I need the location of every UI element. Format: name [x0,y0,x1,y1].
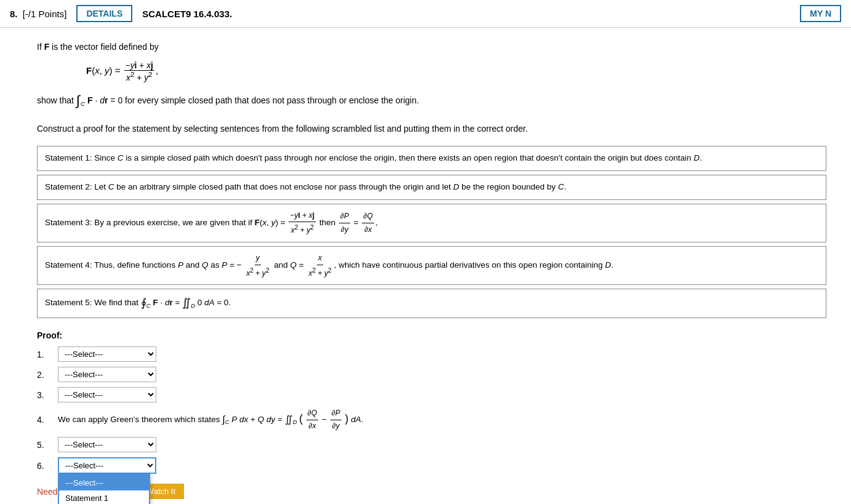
stmt3-partial2: ∂Q ∂x [362,210,374,236]
proof-row-6: 6. ---Select--- Statement 1 Statement 2 … [37,457,826,474]
statement-2: Statement 2: Let C be an arbitrary simpl… [37,175,826,200]
formula-block: F(x, y) = −yi + xj x2 + y2 , [86,61,826,82]
statement-4: Statement 4: Thus, define functions P an… [37,246,826,285]
proof-row-3: 3. ---Select--- Statement 1 Statement 2 … [37,387,826,402]
proof-select-1[interactable]: ---Select--- Statement 1 Statement 2 Sta… [58,346,156,362]
problem-code: SCALCET9 16.4.033. [142,9,232,19]
proof-row-1: 1. ---Select--- Statement 1 Statement 2 … [37,346,826,362]
statement-3: Statement 3: By a previous exercise, we … [37,204,826,242]
proof-select-3[interactable]: ---Select--- Statement 1 Statement 2 Sta… [58,387,156,402]
proof-num-1: 1. [37,350,52,359]
statement-5: Statement 5: We find that ∮C F · dr = ∬D… [37,289,826,318]
proof-select-6[interactable]: ---Select--- Statement 1 Statement 2 Sta… [58,457,156,474]
greens-frac1: ∂Q ∂x [306,407,318,432]
proof-num-4: 4. [37,415,52,425]
show-that-text: show that ∫C F · dr = 0 for every simple… [37,89,826,113]
statement-1: Statement 1: Since C is a simple closed … [37,146,826,171]
proof-row-4: 4. We can apply Green's theorem which st… [37,407,826,432]
formula-fraction: −yi + xj x2 + y2 [124,61,154,82]
proof-select-5[interactable]: ---Select--- Statement 1 Statement 2 Sta… [58,437,156,452]
need-help-row: Need Help? Read It Watch It [37,484,826,499]
greens-frac2: ∂P ∂y [330,407,342,432]
proof-row-5: 5. ---Select--- Statement 1 Statement 2 … [37,437,826,452]
proof-select-2[interactable]: ---Select--- Statement 1 Statement 2 Sta… [58,367,156,382]
dropdown-overlay-6: ---Select--- Statement 1 Statement 2 Sta… [58,474,150,504]
header-bar: 8. [-/1 Points] DETAILS SCALCET9 16.4.03… [0,0,851,28]
drop-option-1[interactable]: Statement 1 [59,490,149,504]
intro-text: If F is the vector field defined by [37,40,826,54]
proof-num-3: 3. [37,390,52,400]
proof-section: Proof: 1. ---Select--- Statement 1 State… [37,330,826,474]
proof-row-2: 2. ---Select--- Statement 1 Statement 2 … [37,367,826,382]
proof-title: Proof: [37,330,826,340]
problem-number: 8. [-/1 Points] [10,9,66,19]
proof-num-5: 5. [37,440,52,450]
greens-theorem-text: We can apply Green's theorem which state… [58,407,363,432]
proof-num-6: 6. [37,461,52,471]
drop-option-select[interactable]: ---Select--- [59,475,149,490]
main-content: If F is the vector field defined by F(x,… [0,28,851,504]
stmt4-frac2: x x2 + y2 [307,252,332,279]
stmt3-frac: −yi + xj x2 + y2 [289,209,316,237]
stmt3-partial1: ∂P ∂y [339,210,350,236]
proof-dropdown-6-wrapper: ---Select--- Statement 1 Statement 2 Sta… [58,457,156,474]
stmt4-frac1: y x2 + y2 [245,252,270,279]
my-notes-button[interactable]: MY N [800,5,841,22]
details-button[interactable]: DETAILS [76,5,132,22]
proof-num-2: 2. [37,370,52,380]
construct-text: Construct a proof for the statement by s… [37,122,826,135]
